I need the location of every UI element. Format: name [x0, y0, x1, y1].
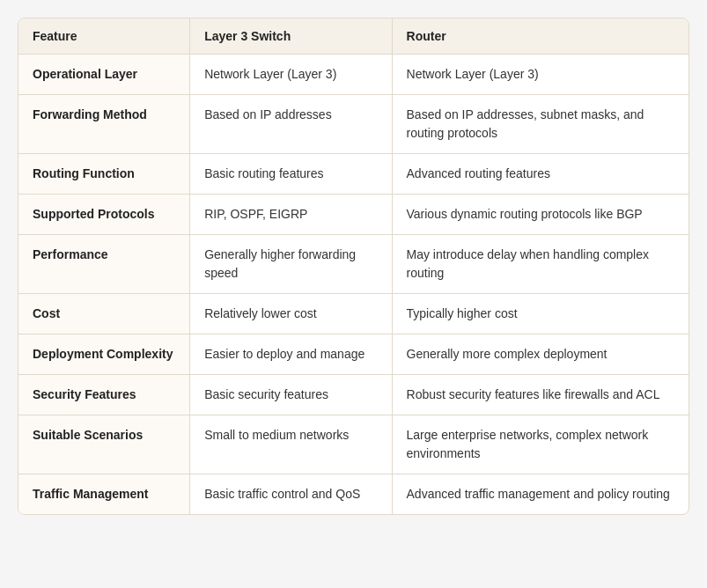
cell-layer3switch: Basic routing features [190, 154, 392, 195]
cell-layer3switch: Basic traffic control and QoS [190, 474, 392, 515]
cell-layer3switch: Generally higher forwarding speed [190, 235, 392, 294]
col-header-layer3switch: Layer 3 Switch [190, 18, 392, 55]
cell-layer3switch: Basic security features [190, 375, 392, 415]
table-row: Operational LayerNetwork Layer (Layer 3)… [18, 55, 689, 95]
cell-router: Advanced routing features [392, 154, 689, 195]
table-row: Supported ProtocolsRIP, OSPF, EIGRPVario… [18, 195, 689, 235]
cell-router: Based on IP addresses, subnet masks, and… [392, 95, 689, 154]
table-header-row: Feature Layer 3 Switch Router [18, 18, 689, 55]
table-row: Suitable ScenariosSmall to medium networ… [18, 415, 689, 474]
comparison-table: Feature Layer 3 Switch Router Operationa… [18, 18, 689, 515]
col-header-router: Router [392, 18, 689, 55]
cell-router: Network Layer (Layer 3) [392, 55, 689, 95]
table-row: PerformanceGenerally higher forwarding s… [18, 235, 689, 294]
cell-feature: Deployment Complexity [18, 334, 190, 375]
cell-layer3switch: Relatively lower cost [190, 294, 392, 334]
cell-feature: Operational Layer [18, 55, 190, 95]
cell-router: Generally more complex deployment [392, 334, 689, 375]
table-row: Deployment ComplexityEasier to deploy an… [18, 334, 689, 375]
cell-feature: Suitable Scenarios [18, 415, 190, 474]
cell-feature: Traffic Management [18, 474, 190, 515]
cell-layer3switch: Based on IP addresses [190, 95, 392, 154]
cell-feature: Routing Function [18, 154, 190, 195]
table-row: Routing FunctionBasic routing featuresAd… [18, 154, 689, 195]
cell-layer3switch: Easier to deploy and manage [190, 334, 392, 375]
cell-router: May introduce delay when handling comple… [392, 235, 689, 294]
cell-layer3switch: RIP, OSPF, EIGRP [190, 195, 392, 235]
cell-feature: Security Features [18, 375, 190, 415]
cell-router: Various dynamic routing protocols like B… [392, 195, 689, 235]
table-row: Forwarding MethodBased on IP addressesBa… [18, 95, 689, 154]
cell-router: Advanced traffic management and policy r… [392, 474, 689, 515]
cell-router: Robust security features like firewalls … [392, 375, 689, 415]
col-header-feature: Feature [18, 18, 190, 55]
cell-router: Large enterprise networks, complex netwo… [392, 415, 689, 474]
table-row: CostRelatively lower costTypically highe… [18, 294, 689, 334]
table-row: Traffic ManagementBasic traffic control … [18, 474, 689, 515]
cell-feature: Cost [18, 294, 190, 334]
cell-layer3switch: Network Layer (Layer 3) [190, 55, 392, 95]
table-row: Security FeaturesBasic security features… [18, 375, 689, 415]
cell-router: Typically higher cost [392, 294, 689, 334]
cell-feature: Performance [18, 235, 190, 294]
cell-layer3switch: Small to medium networks [190, 415, 392, 474]
cell-feature: Forwarding Method [18, 95, 190, 154]
cell-feature: Supported Protocols [18, 195, 190, 235]
